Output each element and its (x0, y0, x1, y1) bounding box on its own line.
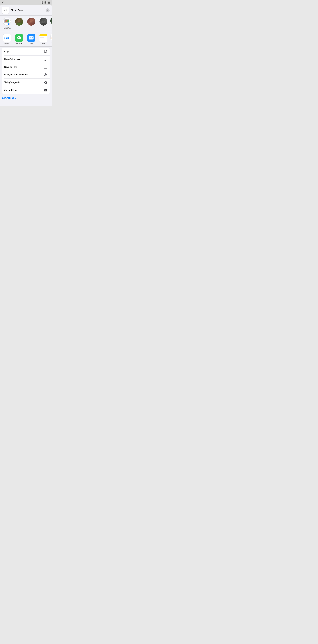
zip-email-action[interactable]: Zip and Email (2, 86, 50, 94)
svg-line-43 (46, 82, 46, 82)
svg-rect-33 (44, 50, 46, 52)
toolbar-area (0, 0, 52, 5)
airdrop-app-icon (3, 34, 11, 42)
todays-agenda-label: Today's Agenda (4, 81, 20, 84)
app-airdrop[interactable]: AirDrop (2, 34, 12, 44)
quicknote-icon (44, 58, 48, 61)
app-notes[interactable]: Notes (39, 34, 48, 44)
save-to-files-action[interactable]: Save to Files (2, 63, 50, 71)
svg-text:AI: AI (4, 9, 7, 12)
svg-line-41 (45, 82, 45, 82)
share-title: Dinner Party (10, 9, 44, 12)
reminders-app-icon (50, 34, 52, 40)
svg-point-26 (6, 36, 7, 38)
contact-person3[interactable] (39, 18, 48, 30)
actions-list: Copy New Quick Note Save to Files (2, 48, 50, 94)
doc-icon: AI (2, 7, 9, 14)
screenrecord-icon (48, 1, 50, 4)
airdrop-label: AirDrop (4, 43, 9, 44)
person4-avatar (50, 18, 52, 24)
folder-icon (44, 65, 48, 69)
svg-point-36 (45, 74, 47, 76)
mail-label: Mail (30, 43, 32, 44)
zip-email-label: Zip and Email (4, 89, 18, 92)
svg-line-45 (46, 83, 47, 84)
app-mail[interactable]: Mail (26, 34, 36, 44)
airdrop-badge (8, 23, 10, 25)
person3-avatar (40, 18, 48, 26)
zip-email-icon (44, 88, 48, 92)
svg-point-17 (18, 19, 20, 22)
phone-icon (41, 1, 44, 4)
pencil-icon (2, 1, 4, 4)
svg-point-30 (20, 38, 20, 38)
svg-point-29 (19, 38, 20, 38)
notes-label: Notes (42, 43, 46, 44)
close-button[interactable] (46, 8, 50, 12)
new-quick-note-action[interactable]: New Quick Note (2, 56, 50, 63)
notes-app-icon (40, 34, 48, 42)
contact-person1[interactable] (14, 18, 24, 30)
svg-point-19 (29, 23, 34, 26)
svg-rect-46 (44, 89, 47, 92)
svg-point-20 (30, 19, 32, 22)
app-reminders[interactable]: Rem… (51, 34, 52, 43)
contact-macbook[interactable]: David'sMacBook Pro (2, 18, 12, 30)
share-header: AI Dinner Party (0, 5, 52, 15)
save-to-files-label: Save to Files (4, 66, 17, 68)
svg-point-25 (52, 22, 52, 24)
copy-action[interactable]: Copy (2, 48, 50, 56)
mail-app-icon (27, 34, 35, 42)
agenda-icon (44, 80, 48, 84)
share-sheet: AI Dinner Party (0, 5, 52, 106)
svg-rect-11 (5, 20, 9, 22)
todays-agenda-action[interactable]: Today's Agenda (2, 78, 50, 86)
contact-person4[interactable] (51, 18, 52, 30)
svg-point-16 (17, 23, 22, 26)
svg-rect-31 (29, 36, 34, 40)
svg-rect-7 (48, 2, 50, 3)
battery-icon (44, 1, 47, 4)
contacts-row: David'sMacBook Pro (0, 16, 52, 32)
reminders-label: Rem… (52, 41, 52, 43)
macbook-avatar (3, 18, 11, 26)
macbook-name: David'sMacBook Pro (3, 26, 11, 30)
svg-point-14 (9, 24, 10, 24)
svg-point-28 (18, 38, 19, 38)
edit-actions-container[interactable]: Edit Actions... (0, 94, 52, 100)
svg-rect-34 (44, 58, 47, 61)
person2-avatar (27, 18, 35, 26)
svg-point-22 (41, 23, 46, 26)
apps-row: AirDrop Messages (0, 32, 52, 46)
svg-line-44 (45, 83, 45, 83)
delayed-message-icon (44, 73, 48, 76)
app-messages[interactable]: Messages (14, 34, 24, 44)
messages-label: Messages (16, 43, 22, 44)
svg-point-23 (42, 19, 45, 22)
svg-rect-2 (42, 1, 43, 3)
new-quick-note-label: New Quick Note (4, 58, 20, 61)
svg-rect-13 (6, 23, 8, 23)
person1-avatar (15, 18, 23, 26)
svg-rect-5 (45, 2, 46, 3)
copy-icon (44, 50, 48, 54)
svg-rect-4 (45, 1, 46, 2)
copy-label: Copy (4, 50, 10, 53)
delayed-imessage-action[interactable]: Delayed Time iMessage (2, 71, 50, 78)
svg-line-0 (2, 1, 4, 4)
edit-actions-label: Edit Actions... (2, 96, 16, 99)
messages-app-icon (15, 34, 23, 42)
contact-person2[interactable] (26, 18, 36, 30)
delayed-imessage-label: Delayed Time iMessage (4, 74, 28, 76)
